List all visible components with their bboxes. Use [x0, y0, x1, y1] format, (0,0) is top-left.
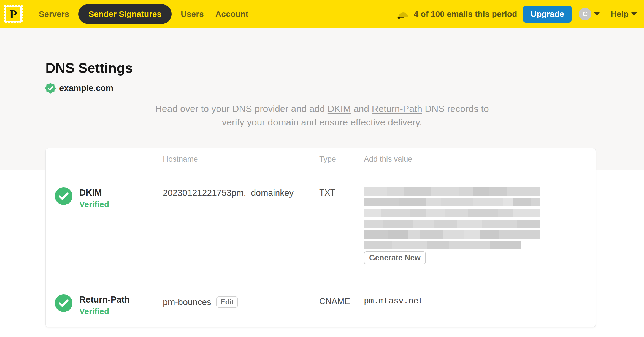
hostname-value: pm-bounces	[163, 297, 211, 307]
domain-name: example.com	[59, 83, 113, 93]
verified-check-icon	[55, 294, 72, 312]
description-text: DNS records to	[422, 103, 489, 114]
page-description: Head over to your DNS provider and add D…	[0, 102, 644, 129]
dns-records-card: Hostname Type Add this value DKIM Verifi…	[45, 148, 596, 327]
help-menu[interactable]: Help	[611, 9, 637, 19]
verified-check-icon	[55, 187, 72, 205]
chevron-down-icon	[631, 12, 637, 16]
column-header-type: Type	[319, 155, 364, 164]
nav-item-users[interactable]: Users	[175, 4, 209, 24]
redacted-dns-value	[364, 187, 540, 249]
record-name-block: DKIM Verified	[79, 187, 109, 209]
nav-item-servers[interactable]: Servers	[33, 4, 75, 24]
status-badge: Verified	[79, 307, 130, 316]
record-name: Return-Path	[79, 295, 130, 305]
verified-badge-icon	[45, 83, 56, 94]
chevron-down-icon	[594, 12, 600, 16]
domain-row: example.com	[45, 83, 113, 94]
generate-new-button[interactable]: Generate New	[364, 251, 426, 264]
upgrade-button[interactable]: Upgrade	[523, 6, 572, 23]
hostname-cell: pm-bounces Edit	[163, 296, 319, 308]
hostname-cell: 20230121221753pm._domainkey	[163, 188, 319, 198]
help-label: Help	[611, 9, 629, 19]
description-line-2: verify your domain and ensure effective …	[0, 116, 644, 129]
primary-nav: Servers Sender Signatures Users Account	[33, 4, 254, 24]
dns-settings-page: P Servers Sender Signatures Users Accoun…	[0, 0, 644, 337]
record-name-cell: Return-Path Verified	[55, 294, 163, 316]
description-line-1: Head over to your DNS provider and add D…	[0, 102, 644, 116]
navbar-left: P Servers Sender Signatures Users Accoun…	[2, 4, 254, 25]
type-cell: TXT	[319, 188, 364, 198]
record-name: DKIM	[79, 188, 109, 198]
value-cell: Generate New	[364, 187, 596, 264]
hostname-value: 20230121221753pm._domainkey	[163, 188, 294, 198]
avatar: C	[579, 8, 591, 20]
column-header-hostname: Hostname	[163, 155, 319, 164]
return-path-link[interactable]: Return-Path	[372, 103, 422, 114]
usage-meter: 4 of 100 emails this period	[397, 9, 517, 19]
edit-button[interactable]: Edit	[216, 296, 238, 308]
record-name-cell: DKIM Verified	[55, 187, 163, 209]
usage-text: 4 of 100 emails this period	[414, 9, 517, 19]
dkim-link[interactable]: DKIM	[328, 103, 351, 114]
value-cell: pm.mtasv.net	[364, 296, 596, 306]
column-header-value: Add this value	[364, 155, 596, 164]
account-menu[interactable]: C	[579, 8, 600, 20]
postmark-logo[interactable]: P	[2, 4, 24, 25]
logo-letter: P	[10, 8, 17, 21]
description-text: Head over to your DNS provider and add	[155, 103, 328, 114]
type-cell: CNAME	[319, 296, 364, 306]
table-row-return-path: Return-Path Verified pm-bounces Edit CNA…	[46, 281, 596, 332]
page-title: DNS Settings	[45, 60, 133, 76]
nav-item-account[interactable]: Account	[210, 4, 254, 24]
record-name-block: Return-Path Verified	[79, 294, 130, 316]
nav-item-sender-signatures[interactable]: Sender Signatures	[78, 4, 172, 24]
description-text: and	[351, 103, 372, 114]
navbar-right: 4 of 100 emails this period Upgrade C He…	[397, 6, 637, 23]
table-header: Hostname Type Add this value	[46, 148, 596, 170]
top-navbar: P Servers Sender Signatures Users Accoun…	[0, 0, 644, 28]
gauge-icon	[397, 9, 410, 19]
table-row-dkim: DKIM Verified 20230121221753pm._domainke…	[46, 170, 596, 281]
dns-value: pm.mtasv.net	[364, 296, 423, 306]
status-badge: Verified	[79, 200, 109, 209]
